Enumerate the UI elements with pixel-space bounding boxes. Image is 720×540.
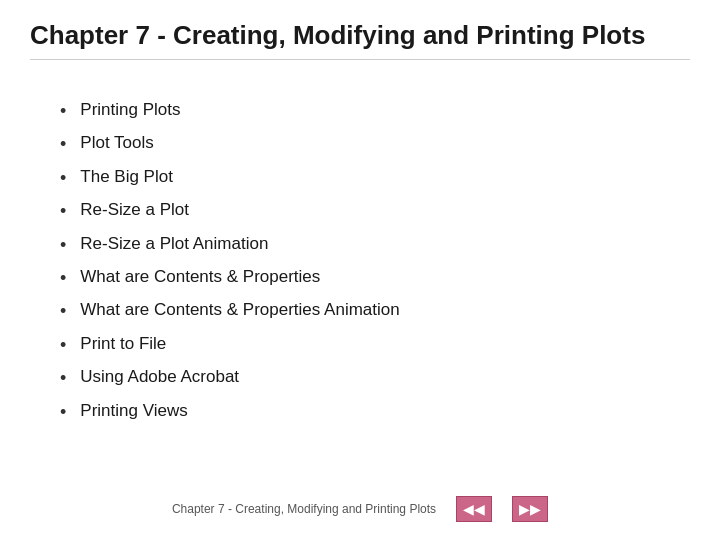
slide-title: Chapter 7 - Creating, Modifying and Prin… [30, 20, 690, 60]
prev-button[interactable]: ◀◀ [456, 496, 492, 522]
next-button[interactable]: ▶▶ [512, 496, 548, 522]
bullet-item-4: Re-Size a Plot Animation [60, 234, 670, 257]
slide-footer: Chapter 7 - Creating, Modifying and Prin… [0, 496, 720, 522]
bullet-list: Printing PlotsPlot ToolsThe Big PlotRe-S… [60, 100, 670, 424]
bullet-item-1: Plot Tools [60, 133, 670, 156]
bullet-item-0: Printing Plots [60, 100, 670, 123]
slide-content: Printing PlotsPlot ToolsThe Big PlotRe-S… [30, 90, 690, 444]
bullet-item-8: Using Adobe Acrobat [60, 367, 670, 390]
bullet-item-7: Print to File [60, 334, 670, 357]
bullet-item-3: Re-Size a Plot [60, 200, 670, 223]
footer-label: Chapter 7 - Creating, Modifying and Prin… [172, 502, 436, 516]
slide: Chapter 7 - Creating, Modifying and Prin… [0, 0, 720, 540]
bullet-item-9: Printing Views [60, 401, 670, 424]
bullet-item-2: The Big Plot [60, 167, 670, 190]
bullet-item-5: What are Contents & Properties [60, 267, 670, 290]
bullet-item-6: What are Contents & Properties Animation [60, 300, 670, 323]
